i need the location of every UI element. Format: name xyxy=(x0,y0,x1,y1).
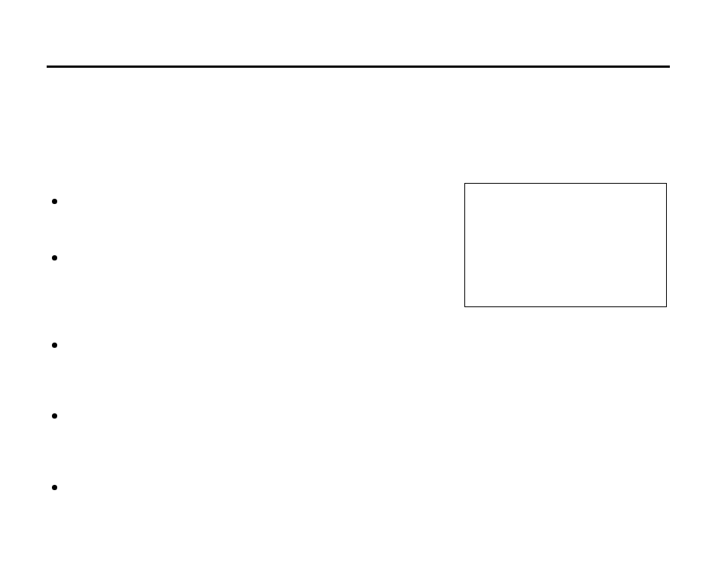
bullet-2-icon xyxy=(52,255,57,260)
document-page xyxy=(0,0,718,588)
bullet-1-icon xyxy=(52,199,57,204)
horizontal-rule xyxy=(47,66,670,68)
bullet-3-icon xyxy=(52,343,57,348)
bullet-4-icon xyxy=(52,413,57,419)
sidebar-box xyxy=(464,183,667,307)
bullet-5-icon xyxy=(52,485,57,490)
